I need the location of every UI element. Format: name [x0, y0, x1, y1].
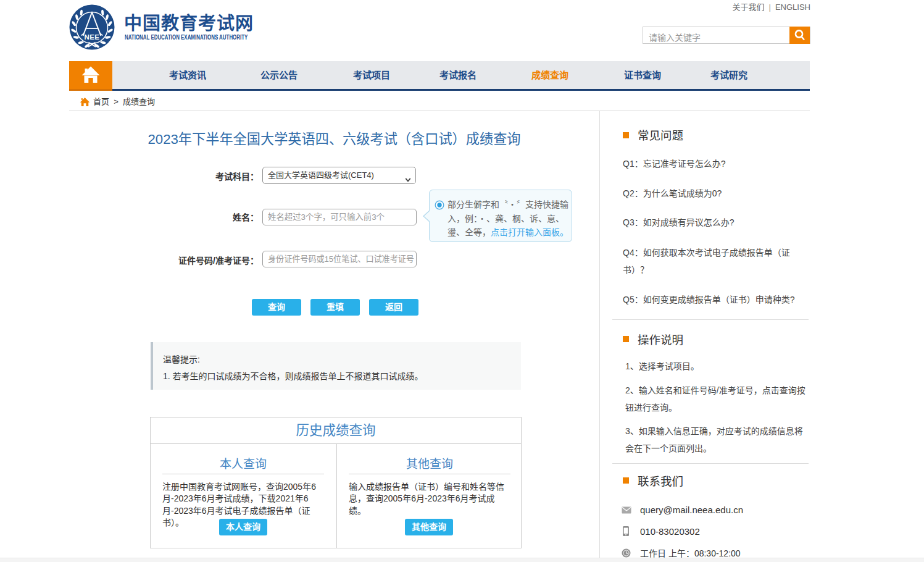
svg-text:NEE: NEE	[85, 33, 100, 41]
